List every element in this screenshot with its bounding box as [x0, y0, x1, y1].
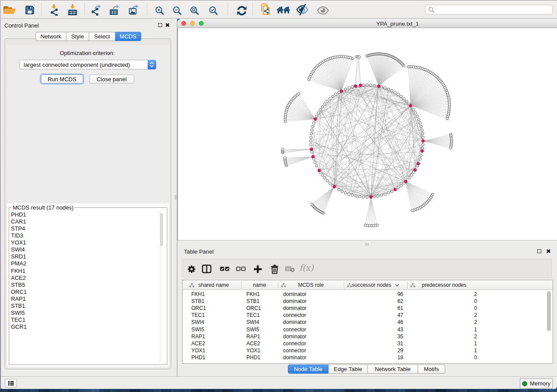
cell-successor_nodes[interactable]: 43 [344, 326, 403, 333]
gear-button[interactable] [185, 262, 198, 275]
tab-network-table[interactable]: Network Table [368, 364, 418, 374]
mcds-node-item[interactable]: ORC1 [11, 289, 27, 296]
column-header-successor-nodes[interactable]: successor nodes [344, 280, 407, 290]
export-network-button[interactable] [89, 3, 103, 17]
clone-network-button[interactable] [258, 2, 272, 16]
mcds-node-item[interactable]: STP4 [11, 225, 27, 232]
mcds-node-item[interactable]: SWI5 [11, 309, 27, 316]
function-builder-button[interactable]: f(x) [299, 263, 314, 272]
cell-predecessor_nodes[interactable]: 1 [407, 347, 477, 354]
mcds-node-item[interactable]: TID3 [11, 232, 27, 239]
float-panel-icon[interactable] [158, 23, 162, 27]
cell-name[interactable]: FKH1 [246, 291, 260, 298]
cell-successor_nodes[interactable]: 31 [344, 340, 403, 347]
cell-successor_nodes[interactable]: 96 [344, 291, 403, 298]
split-columns-button[interactable] [200, 262, 213, 275]
scrollbar-thumb[interactable] [547, 291, 551, 331]
cell-successor_nodes[interactable]: 62 [344, 298, 403, 305]
cell-name[interactable]: ACE2 [246, 340, 260, 347]
cell-shared_name[interactable]: YOX1 [191, 347, 205, 354]
tab-motifs[interactable]: Motifs [418, 364, 445, 374]
mcds-node-item[interactable]: YOX1 [11, 239, 27, 246]
import-network-button[interactable] [47, 3, 61, 17]
mcds-node-item[interactable]: TEC1 [11, 316, 27, 323]
open-session-folder-button[interactable] [2, 3, 16, 17]
save-session-button[interactable] [23, 3, 37, 17]
cell-mcds_role[interactable]: dominator [283, 298, 306, 305]
cell-name[interactable]: PHD1 [246, 354, 260, 361]
cell-name[interactable]: SWI4 [246, 319, 259, 326]
cell-mcds_role[interactable]: dominator [283, 319, 306, 326]
cell-name[interactable]: RAP1 [246, 333, 260, 340]
column-header-shared-name[interactable]: shared name [186, 280, 241, 290]
cell-predecessor_nodes[interactable]: 0 [407, 305, 477, 312]
zoom-in-button[interactable] [152, 3, 166, 17]
tab-edge-table[interactable]: Edge Table [329, 364, 368, 374]
zoom-fit-button[interactable] [187, 3, 201, 17]
tab-mcds[interactable]: MCDS [115, 32, 141, 41]
column-header-predecessor-nodes[interactable]: predecessor nodes [407, 280, 481, 290]
table-scrollbar[interactable] [547, 291, 551, 361]
cell-name[interactable]: TEC1 [246, 312, 260, 319]
cell-predecessor_nodes[interactable]: 1 [407, 326, 477, 333]
tab-select[interactable]: Select [89, 32, 115, 41]
cell-name[interactable]: SWI5 [246, 326, 259, 333]
add-button[interactable] [251, 262, 264, 275]
tab-style[interactable]: Style [66, 32, 89, 41]
close-panel-icon[interactable]: ✖ [165, 22, 170, 28]
zoom-out-button[interactable] [170, 3, 184, 17]
unselect-all-columns-button[interactable] [234, 262, 247, 275]
hide-details-button[interactable] [295, 3, 309, 17]
cell-shared_name[interactable]: ORC1 [191, 305, 206, 312]
cell-shared_name[interactable]: SWI5 [191, 326, 204, 333]
cell-successor_nodes[interactable]: 46 [344, 319, 403, 326]
cell-predecessor_nodes[interactable]: 2 [407, 291, 477, 298]
cell-shared_name[interactable]: ACE2 [191, 340, 205, 347]
cell-shared_name[interactable]: STB1 [191, 298, 204, 305]
show-details-button[interactable] [316, 3, 330, 17]
cell-predecessor_nodes[interactable]: 2 [407, 312, 477, 319]
mcds-node-item[interactable]: GCR1 [11, 323, 27, 330]
show-panels-button[interactable] [5, 379, 17, 388]
splitter-grip-h[interactable] [365, 243, 369, 245]
column-header-MCDS-role[interactable]: MCDS role [278, 280, 344, 290]
scrollbar-thumb[interactable] [160, 213, 163, 246]
refresh-button[interactable] [235, 3, 249, 17]
cell-successor_nodes[interactable]: 18 [344, 354, 403, 361]
delete-table-button[interactable] [283, 262, 296, 275]
zoom-selected-button[interactable] [206, 3, 220, 17]
mcds-node-item[interactable]: PHD1 [11, 211, 27, 218]
cell-mcds_role[interactable]: connector [283, 312, 306, 319]
mcds-node-item[interactable]: ACE2 [11, 275, 27, 282]
vertical-splitter[interactable] [174, 19, 177, 376]
mcds-node-item[interactable]: SRD1 [11, 253, 27, 260]
result-list-scrollbar[interactable] [160, 211, 163, 362]
cell-shared_name[interactable]: RAP1 [191, 333, 205, 340]
cell-name[interactable]: ORC1 [246, 305, 261, 312]
network-titlebar[interactable]: YPA_prune.txt_1 [177, 19, 557, 28]
cell-mcds_role[interactable]: connector [283, 347, 306, 354]
export-table-button[interactable] [108, 3, 122, 17]
cell-mcds_role[interactable]: dominator [283, 305, 306, 312]
run-mcds-button[interactable]: Run MCDS [41, 75, 83, 83]
cell-mcds_role[interactable]: connector [283, 326, 306, 333]
criterion-dropdown[interactable]: largest connected component (undirected) [19, 60, 156, 69]
cell-name[interactable]: YOX1 [246, 347, 260, 354]
cell-mcds_role[interactable]: connector [283, 340, 306, 347]
cell-shared_name[interactable]: SWI4 [191, 319, 204, 326]
mcds-result-list[interactable]: PHD1CAR1STP4TID3YOX1SWI4SRD1PMA2FKH1ACE2… [11, 211, 27, 330]
import-table-button[interactable] [66, 3, 80, 17]
mcds-node-item[interactable]: CAR1 [11, 218, 27, 225]
tab-node-table[interactable]: Node Table [288, 364, 329, 374]
cell-mcds_role[interactable]: dominator [283, 354, 306, 361]
cell-mcds_role[interactable]: dominator [283, 291, 306, 298]
mcds-node-item[interactable]: FKH1 [11, 268, 27, 275]
cell-successor_nodes[interactable]: 47 [344, 312, 403, 319]
cell-mcds_role[interactable]: dominator [283, 333, 306, 340]
tab-network[interactable]: Network [35, 32, 66, 41]
splitter-grip[interactable] [175, 195, 176, 199]
mcds-node-item[interactable]: STB1 [11, 303, 27, 309]
mcds-node-item[interactable]: RAP1 [11, 296, 27, 303]
float-table-panel-icon[interactable] [537, 249, 541, 253]
column-header-name[interactable]: name [241, 280, 278, 290]
